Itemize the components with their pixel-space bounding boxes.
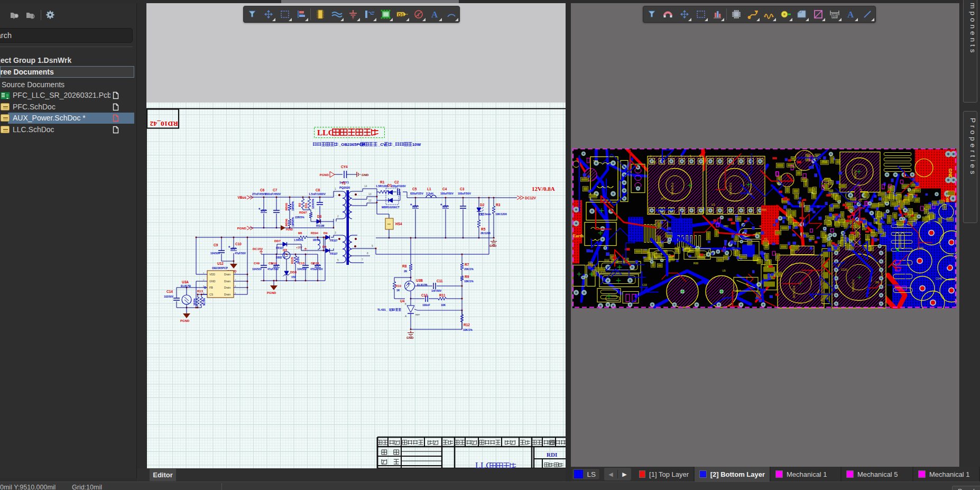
svg-text:10K/1%: 10K/1% (463, 328, 473, 331)
svg-text:TL431_: TL431_ (377, 308, 388, 311)
svg-text:100nF: 100nF (422, 303, 430, 307)
svg-text:1M5/5%: 1M5/5% (291, 217, 294, 227)
svg-text:RD94: RD94 (311, 232, 319, 235)
svg-text:R8: R8 (402, 264, 407, 268)
svg-text:CS: CS (209, 293, 214, 296)
svg-text:1R/5%: 1R/5% (193, 298, 196, 306)
svg-text:_OB2365PCP: _OB2365PCP (338, 142, 365, 147)
svg-text:NC/5%: NC/5% (203, 298, 206, 306)
svg-text:12: 12 (368, 199, 372, 202)
svg-text:L2: L2 (820, 298, 824, 301)
svg-text:15V: 15V (291, 276, 296, 279)
svg-text:D2: D2 (480, 203, 485, 207)
svg-text:13: 13 (368, 193, 372, 196)
svg-text:1nF/50V: 1nF/50V (431, 289, 442, 292)
svg-text:47uF/50V: 47uF/50V (267, 268, 279, 271)
svg-text:4: 4 (203, 292, 205, 294)
svg-text:1: 1 (335, 188, 336, 190)
svg-text:EL817B: EL817B (181, 284, 191, 288)
svg-text:47uF/50V: 47uF/50V (235, 252, 246, 255)
svg-text:R41: R41 (652, 160, 657, 163)
svg-text:104/50V: 104/50V (252, 268, 262, 271)
svg-text:Drain: Drain (224, 280, 231, 283)
svg-text:14: 14 (364, 185, 367, 188)
svg-text:D882: D882 (276, 256, 282, 259)
svg-text:R12: R12 (822, 159, 827, 162)
svg-text:1K: 1K (396, 289, 400, 292)
svg-text:C060: C060 (917, 246, 923, 249)
svg-text:18K/1%: 18K/1% (464, 280, 474, 283)
svg-text:10K/1206: 10K/1206 (495, 212, 507, 216)
svg-text:R2: R2 (298, 203, 301, 207)
svg-text:R12: R12 (464, 323, 470, 327)
svg-text:U12: U12 (217, 262, 224, 265)
svg-text:_CV: _CV (377, 142, 386, 147)
svg-text:CD13: CD13 (311, 262, 319, 265)
svg-text:2K: 2K (404, 270, 408, 273)
svg-text:7: 7 (235, 279, 236, 281)
svg-text:R11: R11 (439, 293, 446, 297)
svg-text:PQ50/50: PQ50/50 (852, 279, 855, 292)
svg-text:A: A (405, 315, 406, 318)
svg-text:Q3: Q3 (283, 248, 288, 252)
svg-text:1.5R/5%: 1.5R/5% (294, 239, 303, 242)
svg-text:M6: M6 (298, 232, 302, 235)
svg-text:FR107: FR107 (330, 239, 338, 242)
svg-text:FB: FB (209, 286, 213, 289)
svg-text:Q2: Q2 (858, 198, 862, 201)
svg-text:PQ35/35: PQ35/35 (792, 285, 796, 298)
svg-text:R88: R88 (694, 261, 698, 264)
svg-text:C77: C77 (601, 271, 606, 274)
svg-text:R2A: R2A (304, 203, 308, 208)
svg-text:D4: D4 (322, 245, 327, 248)
svg-text:LLC: LLC (475, 460, 492, 468)
svg-text:D1: D1 (398, 12, 404, 17)
svg-text:Drain: Drain (224, 293, 231, 296)
svg-text:102/50V: 102/50V (164, 295, 174, 298)
svg-text:6: 6 (235, 285, 236, 288)
svg-text:MBR10200CT: MBR10200CT (382, 206, 400, 209)
svg-text:104/50V: 104/50V (297, 268, 307, 271)
svg-text:10: 10 (833, 14, 837, 18)
svg-text:FB2: FB2 (724, 225, 728, 228)
svg-text:R5: R5 (481, 227, 486, 231)
svg-text:U3A: U3A (182, 280, 189, 284)
svg-text:22R/5%: 22R/5% (295, 216, 304, 219)
svg-text:VBus: VBus (237, 196, 246, 199)
svg-text:PQ2020: PQ2020 (339, 186, 350, 189)
svg-text:CD14: CD14 (269, 262, 277, 265)
svg-text:820uF/25V: 820uF/25V (410, 192, 423, 195)
svg-text:LLC: LLC (317, 128, 334, 137)
svg-text:D8: D8 (875, 281, 879, 284)
svg-text:GND: GND (406, 336, 414, 339)
svg-text:R1: R1 (380, 180, 385, 184)
svg-text:C040: C040 (936, 276, 942, 280)
svg-text:1.5R/1206: 1.5R/1206 (376, 184, 388, 188)
svg-text:U9: U9 (722, 269, 726, 272)
svg-text:PGND: PGND (286, 228, 293, 231)
svg-text:D12: D12 (604, 258, 609, 262)
svg-text:8: 8 (367, 252, 368, 255)
svg-text:+16V: +16V (296, 246, 302, 249)
svg-text:L1: L1 (427, 187, 431, 191)
svg-text:120K/5%: 120K/5% (312, 199, 315, 209)
svg-text:T2: T2 (792, 165, 796, 168)
svg-text:PQ40/40: PQ40/40 (671, 182, 674, 195)
svg-text:RS1M: RS1M (316, 224, 325, 227)
svg-text:RD96: RD96 (285, 219, 288, 226)
svg-text:i: i (418, 12, 419, 17)
svg-text:RD25: RD25 (291, 257, 294, 264)
svg-text:DD8: DD8 (290, 271, 297, 274)
svg-text:100uF/50V: 100uF/50V (458, 192, 471, 195)
svg-text:D1: D1 (387, 183, 392, 187)
svg-text:C13: C13 (299, 262, 305, 265)
svg-text:R3: R3 (496, 203, 501, 207)
svg-text:REF: REF (415, 313, 420, 316)
svg-text:HS4: HS4 (395, 222, 402, 226)
svg-text:C7: C7 (273, 188, 278, 192)
svg-text:PGND: PGND (237, 227, 247, 230)
svg-text:PQ40/40: PQ40/40 (729, 182, 732, 195)
svg-text:T3: T3 (341, 181, 346, 185)
svg-text:PGND: PGND (180, 319, 190, 322)
svg-text:A: A (847, 10, 854, 20)
